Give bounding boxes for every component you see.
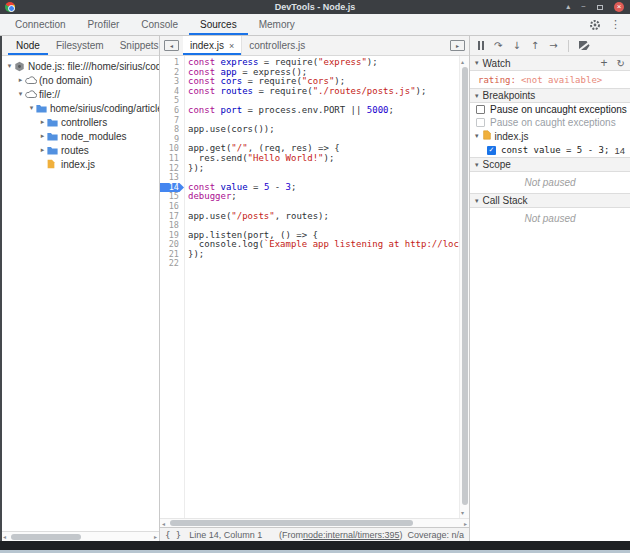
code-lines[interactable]: 1const express = require("express");2con… <box>160 56 459 518</box>
scroll-right-icon[interactable]: ▸ <box>464 519 467 528</box>
code-line-content: res.send("Hello World!"); <box>184 154 334 164</box>
gear-icon[interactable] <box>589 14 601 35</box>
breakpoint-line-number: 14 <box>614 145 625 156</box>
scroll-right-icon[interactable]: ▸ <box>154 532 157 541</box>
node-icon <box>14 61 28 72</box>
minimize-window-icon[interactable]: − <box>581 3 586 11</box>
close-tab-icon[interactable]: × <box>229 41 234 51</box>
pretty-print-icon[interactable]: { } <box>165 530 181 540</box>
call-stack-section-header[interactable]: ▾ Call Stack <box>470 193 630 208</box>
scroll-left-icon[interactable]: ◂ <box>3 532 6 541</box>
tree-collapsed-icon[interactable]: ▸ <box>38 146 47 154</box>
pause-uncaught-row[interactable]: Pause on uncaught exceptions <box>470 103 630 116</box>
tree-item-node-js-file-home-sirius-coding-a[interactable]: ▾Node.js: file:///home/sirius/coding/a <box>2 59 159 73</box>
deactivate-breakpoints-icon[interactable] <box>579 41 590 50</box>
scroll-down-icon[interactable]: ▾ <box>461 508 464 517</box>
watch-expression-row[interactable]: rating: <not available> <box>470 71 630 88</box>
editor-tab-controllersjs[interactable]: controllers.js <box>242 36 312 55</box>
editor-horizontal-scrollbar[interactable]: ◂ ▸ <box>160 518 469 527</box>
breakpoint-entry[interactable]: ✓ const value = 5 - 3; 14 <box>470 143 630 157</box>
tab-memory[interactable]: Memory <box>248 14 306 35</box>
scroll-left-icon[interactable]: ◂ <box>162 519 165 528</box>
line-number[interactable]: 5 <box>160 96 184 106</box>
tree-item-routes[interactable]: ▸routes <box>2 143 159 157</box>
code-editor[interactable]: 1const express = require("express");2con… <box>160 56 469 518</box>
tab-snippets[interactable]: Snippets <box>112 36 167 55</box>
scrollbar-thumb[interactable] <box>170 520 413 526</box>
code-line: 4const routes = require("./routes/posts.… <box>160 87 459 97</box>
cloud-icon <box>25 76 39 85</box>
tree-collapsed-icon[interactable]: ▸ <box>16 76 25 84</box>
file-icon <box>47 159 61 169</box>
tree-item-node-modules[interactable]: ▸node_modules <box>2 129 159 143</box>
restore-window-icon[interactable] <box>597 5 603 10</box>
tree-expanded-icon[interactable]: ▾ <box>27 104 36 112</box>
tree-collapsed-icon[interactable]: ▸ <box>38 118 47 126</box>
editor-panel: ◂ index.js × controllers.js ▸ 1const exp… <box>160 36 470 541</box>
step-icon[interactable]: → <box>549 41 557 51</box>
line-number[interactable]: 22 <box>160 259 184 269</box>
scrollbar-thumb[interactable] <box>11 534 81 540</box>
line-number[interactable]: 1 <box>160 58 184 68</box>
line-number[interactable]: 6 <box>160 106 184 116</box>
close-window-icon[interactable]: × <box>614 2 624 12</box>
section-title: Scope <box>483 159 511 170</box>
tree-item-label: (no domain) <box>39 75 92 86</box>
editor-tab-indexjs[interactable]: index.js × <box>183 36 242 55</box>
scrollbar-thumb[interactable] <box>462 67 468 505</box>
breakpoint-file-group[interactable]: ▾ index.js <box>470 129 630 143</box>
breakpoints-section-header[interactable]: ▾ Breakpoints <box>470 88 630 103</box>
tree-item-label: routes <box>61 145 89 156</box>
tab-node[interactable]: Node <box>8 36 48 55</box>
line-number[interactable]: 8 <box>160 125 184 135</box>
tree-item--no-domain-[interactable]: ▸(no domain) <box>2 73 159 87</box>
cloud-icon <box>25 90 39 99</box>
pause-caught-checkbox[interactable] <box>476 118 485 127</box>
tab-sources[interactable]: Sources <box>189 14 248 35</box>
pause-uncaught-checkbox[interactable] <box>476 105 485 114</box>
tree-item-label: controllers <box>61 117 107 128</box>
line-number[interactable]: 7 <box>160 116 184 126</box>
breakpoint-enabled-checkbox[interactable]: ✓ <box>487 146 496 155</box>
watch-section-header[interactable]: ▾ Watch + ↻ <box>470 56 630 71</box>
debugger-sidebar: ↷ ↓ ↑ → ▾ Watch + ↻ rating: <not availab… <box>470 36 630 541</box>
kebab-menu-icon[interactable]: ⋮ <box>610 14 621 35</box>
tree-item-label: home/sirius/coding/article-proje <box>50 103 159 114</box>
line-number[interactable]: 3 <box>160 77 184 87</box>
tree-item-file-[interactable]: ▾file:// <box>2 87 159 101</box>
tree-item-controllers[interactable]: ▸controllers <box>2 115 159 129</box>
line-number[interactable]: 13 <box>160 173 184 183</box>
chevron-down-icon: ▾ <box>475 59 479 67</box>
scroll-up-icon[interactable]: ▴ <box>461 57 464 66</box>
source-link[interactable]: node:internal/timers:395 <box>303 530 400 540</box>
checkbox-label: Pause on uncaught exceptions <box>490 104 627 115</box>
editor-vertical-scrollbar[interactable]: ▴ ▾ <box>459 56 469 518</box>
tree-collapsed-icon[interactable]: ▸ <box>38 132 47 140</box>
step-into-icon[interactable]: ↓ <box>512 41 520 51</box>
scope-section-header[interactable]: ▾ Scope <box>470 157 630 172</box>
add-watch-icon[interactable]: + <box>601 56 608 70</box>
code-line: 11 res.send("Hello World!"); <box>160 154 459 164</box>
tree-expanded-icon[interactable]: ▾ <box>16 90 25 98</box>
line-number[interactable]: 4 <box>160 87 184 97</box>
tree-item-home-sirius-coding-article-proje[interactable]: ▾home/sirius/coding/article-proje <box>2 101 159 115</box>
tree-item-index-js[interactable]: index.js <box>2 157 159 171</box>
tab-console[interactable]: Console <box>130 14 189 35</box>
shade-window-icon[interactable]: ▴ <box>566 3 570 11</box>
chevron-down-icon: ▾ <box>475 132 479 140</box>
tab-connection[interactable]: Connection <box>4 14 77 35</box>
show-debugger-icon[interactable]: ▸ <box>450 40 465 51</box>
line-number[interactable]: 2 <box>160 68 184 78</box>
pause-caught-row[interactable]: Pause on caught exceptions <box>470 116 630 129</box>
refresh-watch-icon[interactable]: ↻ <box>617 58 625 69</box>
tab-filesystem[interactable]: Filesystem <box>48 36 112 55</box>
pause-icon[interactable] <box>478 41 484 50</box>
window-title: DevTools - Node.js <box>0 2 630 12</box>
hide-navigator-icon[interactable]: ◂ <box>164 40 179 51</box>
navigator-horizontal-scrollbar[interactable]: ◂ ▸ <box>2 531 159 541</box>
step-over-icon[interactable]: ↷ <box>494 41 502 51</box>
tab-profiler[interactable]: Profiler <box>77 14 131 35</box>
tree-expanded-icon[interactable]: ▾ <box>5 62 14 70</box>
file-tree: ▾Node.js: file:///home/sirius/coding/a▸(… <box>2 56 159 531</box>
step-out-icon[interactable]: ↑ <box>531 41 539 51</box>
